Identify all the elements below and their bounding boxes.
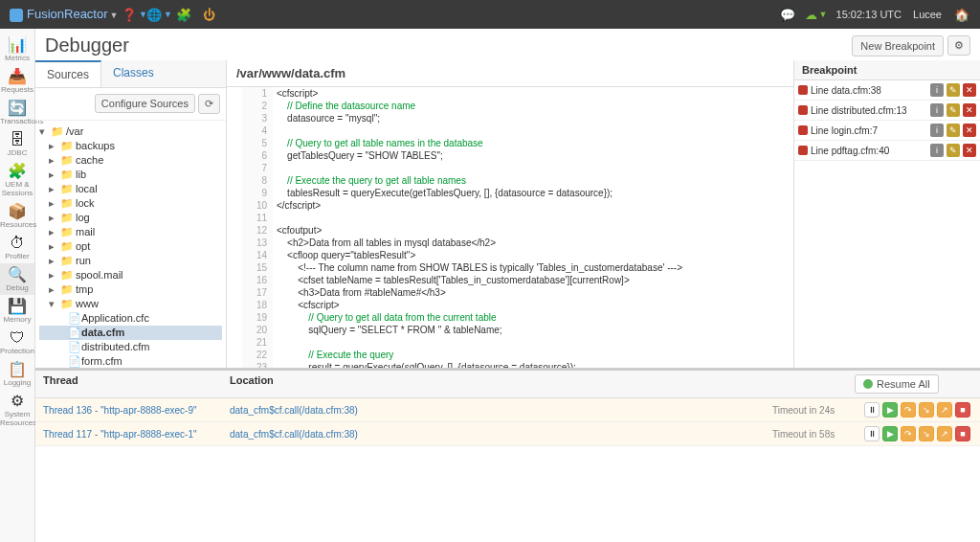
clock: 15:02:13 UTC: [836, 9, 902, 20]
puzzle-icon[interactable]: 🧩: [175, 6, 192, 23]
help-icon[interactable]: ❓▼: [125, 6, 143, 23]
brand[interactable]: FusionReactor▼: [10, 7, 118, 22]
cloud-icon[interactable]: ☁▼: [808, 6, 825, 23]
globe-icon[interactable]: 🌐▼: [150, 6, 167, 23]
power-icon[interactable]: ⏻: [200, 6, 217, 23]
topbar: FusionReactor▼ ❓▼ 🌐▼ 🧩 ⏻ 💬 ☁▼ 15:02:13 U…: [0, 0, 980, 29]
home-icon[interactable]: 🏠: [953, 6, 970, 23]
user-label[interactable]: Lucee: [913, 9, 942, 20]
brand-icon: [10, 9, 23, 22]
chat-icon[interactable]: 💬: [779, 6, 796, 23]
